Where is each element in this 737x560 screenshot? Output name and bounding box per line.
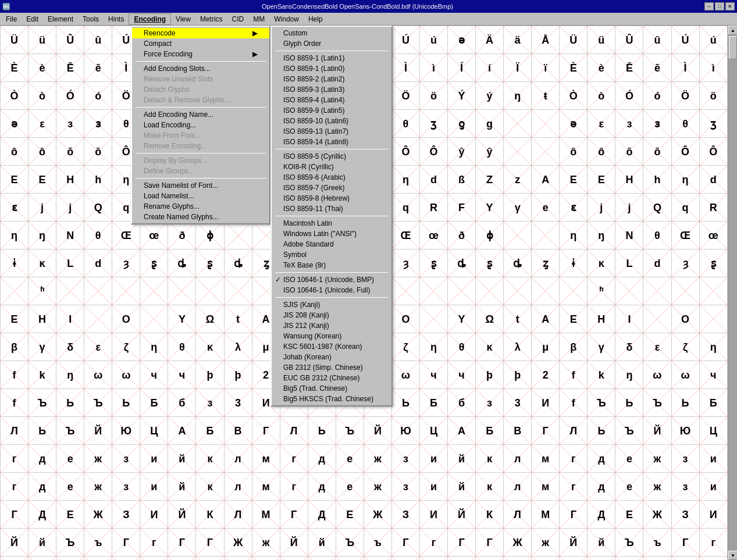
submenu-iso8859-3-latin3[interactable]: ISO 8859-3 (Latin3) [272,84,391,95]
glyph-cell[interactable]: Е [560,166,588,194]
glyph-cell[interactable]: ɸ [196,222,224,249]
glyph-cell[interactable]: ʂ [419,249,447,277]
glyph-cell[interactable]: А [532,166,560,194]
submenu-gb2312-simp-chinese[interactable]: GB 2312 (Simp. Chinese) [272,362,391,373]
glyph-cell[interactable]: Ж [504,557,532,561]
glyph-cell[interactable]: М [532,501,560,529]
glyph-cell[interactable]: Ъ [615,417,643,445]
glyph-cell[interactable]: Ъ [29,389,56,417]
glyph-cell[interactable]: û [84,26,112,54]
glyph-cell[interactable]: q [671,194,699,222]
glyph-cell[interactable]: Y [448,305,476,333]
glyph-cell[interactable]: б [448,389,476,417]
glyph-cell[interactable]: ч [140,557,168,561]
glyph-cell[interactable]: Ь [391,389,419,417]
glyph-cell[interactable]: Y [168,305,196,333]
glyph-cell[interactable]: Ô [391,138,419,166]
glyph-cell[interactable]: Q [643,194,671,222]
glyph-cell[interactable]: ȡ [448,249,476,277]
glyph-cell[interactable]: f [560,361,588,389]
glyph-cell[interactable]: Й [168,501,196,529]
glyph-cell[interactable]: е [615,473,643,501]
glyph-cell[interactable]: и [699,473,727,501]
glyph-cell[interactable]: й [168,445,196,473]
glyph-cell[interactable]: η [560,222,588,249]
glyph-cell[interactable]: O [112,305,140,333]
glyph-cell[interactable]: Ъ [336,417,364,445]
glyph-cell[interactable]: г [280,473,308,501]
glyph-cell[interactable]: δ [56,333,84,361]
glyph-cell[interactable]: л [224,445,252,473]
glyph-cell[interactable]: З [112,501,140,529]
submenu-iso8859-11-thai[interactable]: ISO 8859-11 (Thai) [272,204,391,214]
glyph-cell[interactable]: ß [448,166,476,194]
glyph-cell[interactable]: ч [84,557,112,561]
glyph-cell[interactable]: ð [168,222,196,249]
glyph-cell[interactable]: ä [504,26,532,54]
glyph-cell[interactable]: Г [112,529,140,557]
glyph-cell[interactable]: R [699,194,727,222]
glyph-cell[interactable]: ō [84,138,112,166]
glyph-cell[interactable]: ʂ [196,249,224,277]
menu-save-namelist[interactable]: Save Namelist of Font... [132,180,269,191]
glyph-cell[interactable]: Е [1,166,29,194]
glyph-cell[interactable]: е [56,445,84,473]
glyph-cell[interactable]: λ [224,333,252,361]
glyph-cell[interactable]: Е [29,166,56,194]
glyph-cell[interactable]: А [168,417,196,445]
glyph-cell[interactable]: Б [699,389,727,417]
glyph-cell[interactable]: Г [280,501,308,529]
glyph-cell[interactable]: θ [448,333,476,361]
menu-encoding[interactable]: Encoding [129,13,171,25]
glyph-cell[interactable]: з [56,110,84,138]
glyph-cell[interactable]: М [252,501,280,529]
glyph-cell[interactable]: Ъ [643,389,671,417]
glyph-cell[interactable]: ȡ [504,249,532,277]
glyph-cell[interactable]: ŋ [56,361,84,389]
glyph-cell[interactable]: Л [504,501,532,529]
glyph-cell[interactable]: К [476,501,504,529]
glyph-cell[interactable]: h [84,166,112,194]
glyph-cell[interactable]: Г [1,501,29,529]
glyph-cell[interactable]: г [1,473,29,501]
glyph-cell[interactable] [419,305,447,333]
glyph-cell[interactable]: œ [419,222,447,249]
submenu-iso8859-4-latin4[interactable]: ISO 8859-4 (Latin4) [272,95,391,105]
glyph-cell[interactable]: Т [280,557,308,561]
glyph-cell[interactable]: д [29,473,56,501]
glyph-cell[interactable]: ч [168,361,196,389]
submenu-adobe-standard[interactable]: Adobe Standard [272,239,391,249]
glyph-cell[interactable]: Ж [224,557,252,561]
glyph-cell[interactable]: 3 [224,389,252,417]
glyph-cell[interactable]: t [224,305,252,333]
glyph-cell[interactable]: λ [504,333,532,361]
glyph-cell[interactable] [615,277,643,305]
glyph-cell[interactable]: E [560,305,588,333]
submenu-iso10646-1-unicode-full[interactable]: ISO 10646-1 (Unicode, Full) [272,285,391,295]
glyph-cell[interactable]: d [419,166,447,194]
glyph-cell[interactable] [140,277,168,305]
glyph-cell[interactable]: ч [699,361,727,389]
glyph-cell[interactable]: η [391,166,419,194]
glyph-cell[interactable]: η [699,333,727,361]
glyph-cell[interactable]: Л [1,417,29,445]
menu-load-namelist[interactable]: Load Namelist... [132,191,269,201]
glyph-cell[interactable]: Ò [560,82,588,110]
glyph-cell[interactable]: д [308,445,336,473]
glyph-cell[interactable]: g [476,110,504,138]
glyph-cell[interactable]: ъ [643,529,671,557]
glyph-cell[interactable]: Т [560,557,588,561]
glyph-cell[interactable]: è [588,54,615,82]
glyph-cell[interactable]: ʰ [588,277,615,305]
glyph-cell[interactable]: j [588,194,615,222]
scroll-down-button[interactable]: ▼ [728,551,737,560]
glyph-cell[interactable] [643,277,671,305]
glyph-cell[interactable] [196,277,224,305]
glyph-cell[interactable]: ч [364,557,391,561]
glyph-cell[interactable]: f [560,389,588,417]
glyph-cell[interactable]: ч [419,557,447,561]
glyph-cell[interactable]: г [280,445,308,473]
menu-rename-glyphs[interactable]: Rename Glyphs... [132,201,269,212]
menu-help[interactable]: Help [304,14,327,24]
menu-window[interactable]: Window [269,14,304,24]
